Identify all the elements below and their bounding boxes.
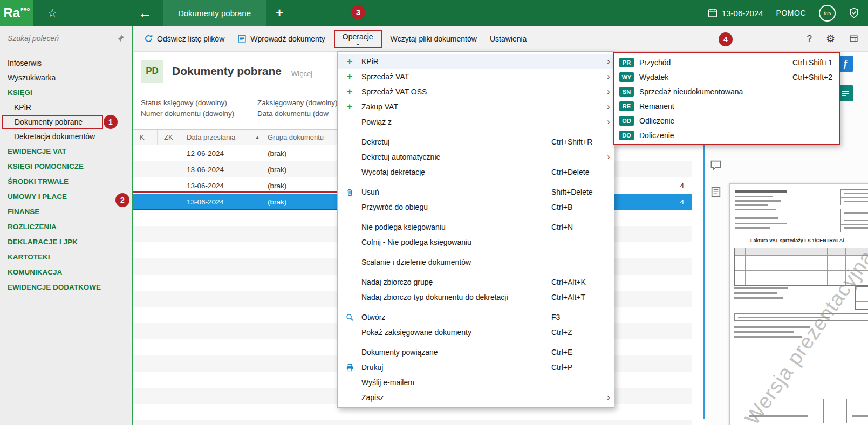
sidebar-section-srodki-trwale[interactable]: ŚRODKI TRWAŁE	[0, 174, 132, 189]
sidebar-section-umowy-i-place[interactable]: UMOWY I PŁACE	[0, 189, 132, 204]
submenu-item-odliczenie[interactable]: OD Odliczenie	[614, 113, 839, 128]
submenu-item-wydatek[interactable]: WY Wydatek Ctrl+Shift+2	[614, 70, 839, 84]
cell-extra: 4	[667, 177, 692, 194]
sidebar-section-komunikacja[interactable]: KOMUNIKACJA	[0, 265, 132, 280]
back-arrow-icon[interactable]: ←	[138, 8, 152, 18]
toolbar: Odśwież listę plików Wprowadź dokumenty …	[133, 26, 868, 52]
column-label: Data przesłania	[187, 133, 235, 141]
cell-date: 13-06-2024	[182, 161, 263, 177]
menu-item-zakup-vat[interactable]: + Zakup VAT ›	[338, 99, 614, 114]
search-input[interactable]	[6, 33, 117, 43]
load-document-files-button[interactable]: Wczytaj pliki dokumentów	[384, 26, 483, 51]
gear-icon[interactable]: ⚙	[826, 32, 835, 45]
submenu-item-doliczenie[interactable]: DO Doliczenie	[614, 128, 839, 142]
sidebar-section-ksiegi-pomocnicze[interactable]: KSIĘGI POMOCNICZE	[0, 159, 132, 174]
page-title: Dokumenty pobrane	[172, 65, 282, 78]
help-menu[interactable]: POMOC	[776, 9, 806, 17]
menu-item-otworz[interactable]: OtwórzF3	[338, 310, 614, 325]
submenu-arrow-icon: ›	[603, 117, 614, 127]
menu-item-cofnij-nie-podlega[interactable]: Cofnij - Nie podlega księgowaniu	[338, 235, 614, 250]
filter-numer-dokumentu[interactable]: Numer dokumentu (dowolny)	[141, 108, 257, 119]
sidebar-item-wyszukiwarka[interactable]: Wyszukiwarka	[0, 71, 132, 85]
filter-bar: Status księgowy (dowolny) Zaksięgowany (…	[141, 98, 338, 119]
enter-documents-label: Wprowadź dokumenty	[250, 35, 325, 43]
printer-icon	[346, 364, 354, 372]
settings-button[interactable]: Ustawienia	[483, 26, 533, 51]
type-badge: PR	[619, 58, 634, 67]
menu-item-dokumenty-powiazane[interactable]: Dokumenty powiązaneCtrl+E	[338, 345, 614, 360]
sidebar-section-kartoteki[interactable]: KARTOTEKI	[0, 250, 132, 265]
column-data-przeslania[interactable]: Data przesłania ▲	[182, 130, 263, 145]
menu-item-dekretuj[interactable]: DekretujCtrl+Shift+R	[338, 134, 614, 149]
filter-status-ksiegowy[interactable]: Status księgowy (dowolny)	[141, 98, 257, 108]
cell-extra	[667, 145, 692, 161]
sidebar-section-ewidencje-vat[interactable]: EWIDENCJE VAT	[0, 144, 132, 159]
menu-item-dekretuj-automatycznie[interactable]: Dekretuj automatycznie ›	[338, 149, 614, 164]
type-badge: DO	[619, 131, 634, 140]
menu-item-nadaj-zbiorczo-typ[interactable]: Nadaj zbiorczo typ dokumentu do dekretac…	[338, 290, 614, 305]
sidebar-item-dekretacja-dokumentow[interactable]: Dekretacja dokumentów	[0, 129, 132, 144]
menu-item-scalanie-i-dzielenie[interactable]: Scalanie i dzielenie dokumentów	[338, 255, 614, 270]
help-icon[interactable]: ?	[807, 33, 811, 44]
document-note-icon[interactable]	[710, 186, 723, 199]
menu-item-sprzedaz-vat[interactable]: + Sprzedaż VAT ›	[338, 69, 614, 84]
menu-item-usun[interactable]: UsuńShift+Delete	[338, 184, 614, 200]
comment-icon[interactable]	[710, 159, 723, 172]
sidebar-section-finanse[interactable]: FINANSE	[0, 204, 132, 220]
submenu-item-sprzedaz-nieudokumentowana[interactable]: SN Sprzedaż nieudokumentowana	[614, 84, 839, 99]
sidebar-section-ewidencje-dodatkowe[interactable]: EWIDENCJE DODATKOWE	[0, 280, 132, 295]
type-badge: OD	[619, 116, 634, 126]
more-link[interactable]: Więcej	[291, 70, 312, 78]
enter-documents-button[interactable]: Wprowadź dokumenty	[231, 26, 332, 51]
refresh-files-button[interactable]: Odśwież listę plików	[138, 26, 231, 51]
new-tab-plus-icon[interactable]: +	[276, 5, 283, 20]
command-search[interactable]	[0, 26, 132, 51]
menu-item-pokaz-zaksiegowane[interactable]: Pokaż zaksięgowane dokumentyCtrl+Z	[338, 325, 614, 340]
menu-item-nie-podlega-ksiegowaniu[interactable]: Nie podlega księgowaniuCtrl+N	[338, 220, 614, 235]
menu-separator	[343, 252, 609, 252]
column-zk[interactable]: ZK	[158, 130, 182, 145]
menu-item-wycofaj-dekretacje[interactable]: Wycofaj dekretacjęCtrl+Delete	[338, 164, 614, 180]
menu-separator	[343, 132, 609, 132]
layout-panel-icon[interactable]	[849, 34, 858, 43]
invoice-signature-box	[846, 399, 868, 423]
sidebar-item-infoserwis[interactable]: Infoserwis	[0, 56, 132, 71]
sidebar-section-deklaracje-i-jpk[interactable]: DEKLARACJE I JPK	[0, 235, 132, 250]
settings-label: Ustawienia	[490, 35, 527, 43]
logo-text: Ra	[3, 5, 20, 20]
submenu-item-remanent[interactable]: RE Remanent	[614, 99, 839, 113]
app-window: RaPRO ☆ ← Dokumenty pobrane + 13-06-2024…	[0, 0, 868, 425]
column-k[interactable]: K	[133, 130, 158, 145]
filter-data-dokumentu[interactable]: Data dokumentu (dow	[257, 108, 329, 119]
module-badge: PD	[141, 60, 163, 83]
menu-item-kpir[interactable]: + KPiR ›	[338, 54, 614, 69]
logo-pro-badge: PRO	[20, 7, 30, 12]
menu-item-nadaj-zbiorczo-grupe[interactable]: Nadaj zbiorczo grupęCtrl+Alt+K	[338, 275, 614, 290]
shield-icon[interactable]	[849, 8, 859, 18]
sidebar-item-kpir[interactable]: KPiR	[0, 100, 132, 115]
menu-item-wyslij-emailem[interactable]: Wyślij e-mailem	[338, 375, 614, 390]
cell-extra	[667, 161, 692, 177]
sidebar: Infoserwis Wyszukiwarka KSIĘGI KPiR Doku…	[0, 26, 133, 425]
submenu-item-przychod[interactable]: PR Przychód Ctrl+Shift+1	[614, 55, 839, 70]
pin-icon[interactable]	[117, 34, 125, 43]
annotation-marker-2: 2	[115, 193, 129, 207]
filter-zaksiegowany[interactable]: Zaksięgowany (dowolny)	[257, 98, 338, 108]
menu-item-przywroc-do-obiegu[interactable]: Przywróć do obieguCtrl+B	[338, 200, 614, 215]
sidebar-section-rozliczenia[interactable]: ROZLICZENIA	[0, 220, 132, 235]
submenu-arrow-icon: ›	[603, 152, 614, 162]
date-display[interactable]: 13-06-2024	[708, 8, 763, 18]
sidebar-section-ksiegi[interactable]: KSIĘGI	[0, 85, 132, 100]
search-icon	[346, 313, 354, 321]
plus-icon: +	[346, 87, 352, 96]
menu-item-sprzedaz-vat-oss[interactable]: + Sprzedaż VAT OSS ›	[338, 84, 614, 99]
chevron-down-icon: ⌄	[355, 41, 360, 45]
menu-item-powiaz-z[interactable]: Powiąż z ›	[338, 114, 614, 129]
menu-item-zapisz[interactable]: Zapisz ›	[338, 390, 614, 405]
plus-icon: +	[346, 72, 352, 81]
favorites-star-icon[interactable]: ☆	[47, 6, 57, 19]
tab-dokumenty-pobrane[interactable]: Dokumenty pobrane	[163, 0, 266, 26]
operations-button[interactable]: Operacje ⌄	[334, 30, 382, 48]
annotation-marker-3: 3	[351, 5, 365, 19]
menu-item-drukuj[interactable]: DrukujCtrl+P	[338, 360, 614, 375]
